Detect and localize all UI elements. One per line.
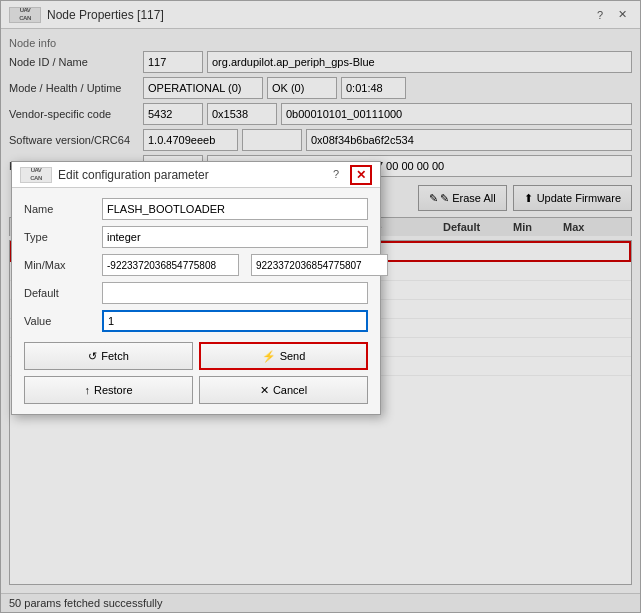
dialog-min-input[interactable] (102, 254, 239, 276)
main-window: UAVCAN Node Properties [117] ? ✕ Node in… (0, 0, 641, 613)
dialog-help-button[interactable]: ? (326, 165, 346, 183)
fetch-icon: ↺ (88, 350, 97, 363)
dialog-value-label: Value (24, 315, 94, 327)
send-icon: ⚡ (262, 350, 276, 363)
dialog-name-row: Name (24, 198, 368, 220)
restore-button[interactable]: ↑ Restore (24, 376, 193, 404)
dialog-value-input[interactable] (102, 310, 368, 332)
dialog-max-input[interactable] (251, 254, 388, 276)
fetch-label: Fetch (101, 350, 129, 362)
restore-icon: ↑ (84, 384, 90, 396)
cancel-button[interactable]: ✕ Cancel (199, 376, 368, 404)
send-label: Send (280, 350, 306, 362)
dialog-title-controls: ? ✕ (326, 165, 372, 185)
dialog-value-row: Value (24, 310, 368, 332)
dialog-name-label: Name (24, 203, 94, 215)
dialog-content: Name Type Min/Max Default (12, 188, 380, 414)
dialog-title-left: UAVCAN Edit configuration parameter (20, 167, 209, 183)
dialog-minmax-label: Min/Max (24, 259, 94, 271)
dialog-minmax-row: Min/Max (24, 254, 368, 276)
dialog-default-row: Default (24, 282, 368, 304)
cancel-label: Cancel (273, 384, 307, 396)
dialog-type-label: Type (24, 231, 94, 243)
dialog-overlay: UAVCAN Edit configuration parameter ? ✕ … (1, 1, 640, 612)
dialog-type-input[interactable] (102, 226, 368, 248)
dialog-name-input[interactable] (102, 198, 368, 220)
dialog-default-input[interactable] (102, 282, 368, 304)
fetch-button[interactable]: ↺ Fetch (24, 342, 193, 370)
dialog-title-bar: UAVCAN Edit configuration parameter ? ✕ (12, 162, 380, 188)
dialog-default-label: Default (24, 287, 94, 299)
restore-label: Restore (94, 384, 133, 396)
send-button[interactable]: ⚡ Send (199, 342, 368, 370)
dialog-title-text: Edit configuration parameter (58, 168, 209, 182)
edit-param-dialog: UAVCAN Edit configuration parameter ? ✕ … (11, 161, 381, 415)
dialog-close-button[interactable]: ✕ (350, 165, 372, 185)
dialog-uavcan-logo: UAVCAN (20, 167, 52, 183)
cancel-icon: ✕ (260, 384, 269, 397)
dialog-buttons: ↺ Fetch ⚡ Send ↑ Restore ✕ Cancel (24, 342, 368, 404)
dialog-type-row: Type (24, 226, 368, 248)
